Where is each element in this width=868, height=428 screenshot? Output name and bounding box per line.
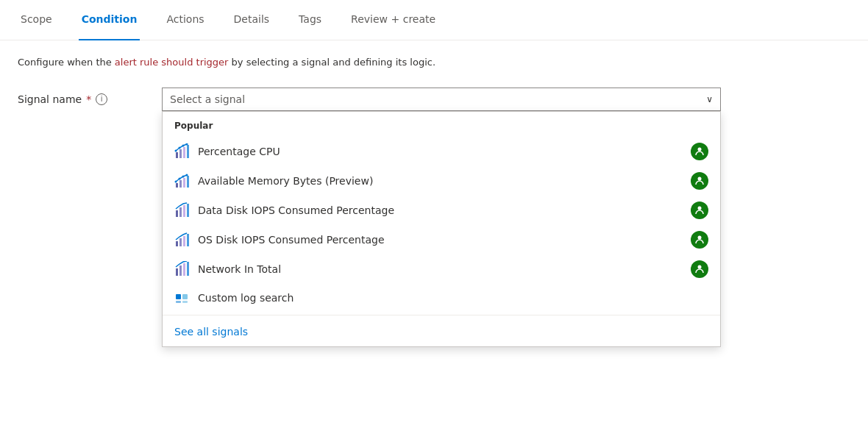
svg-rect-0 (176, 152, 178, 158)
bar-chart-icon (174, 261, 191, 277)
svg-rect-1 (179, 149, 182, 158)
svg-rect-3 (187, 145, 189, 158)
info-icon[interactable]: i (96, 93, 107, 105)
label-text: Signal name (18, 93, 82, 105)
item-label: Percentage CPU (198, 146, 683, 157)
list-item[interactable]: Network In Total (163, 254, 720, 284)
list-item[interactable]: Available Memory Bytes (Preview) (163, 166, 720, 196)
svg-rect-19 (179, 207, 182, 217)
svg-rect-23 (176, 241, 178, 246)
signal-name-field-row: Signal name * i Select a signal ∨ Popula… (18, 88, 850, 111)
signal-dropdown-container: Select a signal ∨ Popular (162, 88, 721, 111)
item-label: OS Disk IOPS Consumed Percentage (198, 234, 683, 246)
svg-point-5 (179, 146, 181, 149)
main-content: Configure when the alert rule should tri… (0, 40, 868, 126)
monitor-badge-icon (691, 201, 708, 219)
svg-rect-35 (176, 301, 181, 303)
description-text: Configure when the alert rule should tri… (18, 55, 850, 70)
tab-details[interactable]: Details (231, 0, 273, 40)
svg-point-15 (182, 175, 185, 177)
svg-point-13 (175, 180, 177, 182)
svg-point-6 (182, 144, 185, 146)
required-marker: * (86, 93, 91, 105)
dropdown-placeholder: Select a signal (170, 93, 245, 105)
signal-dropdown-trigger[interactable]: Select a signal ∨ (162, 88, 721, 111)
item-label: Available Memory Bytes (Preview) (198, 175, 683, 187)
bar-chart-icon (174, 202, 191, 218)
svg-rect-18 (176, 210, 178, 217)
svg-rect-28 (176, 268, 178, 276)
svg-point-27 (698, 235, 702, 239)
list-item[interactable]: Data Disk IOPS Consumed Percentage (163, 196, 720, 225)
signal-name-label: Signal name * i (18, 88, 150, 105)
popular-section-header: Popular (163, 112, 720, 137)
svg-rect-30 (183, 263, 185, 276)
monitor-badge-icon (691, 231, 708, 249)
dropdown-panel: Popular Percentage CPU (162, 111, 721, 347)
svg-rect-34 (182, 294, 188, 299)
svg-rect-31 (187, 262, 189, 276)
list-item[interactable]: Custom log search (163, 284, 720, 312)
bar-chart-icon (174, 143, 191, 160)
svg-rect-26 (187, 234, 189, 246)
item-label: Custom log search (198, 292, 708, 304)
log-search-icon (174, 290, 191, 306)
bar-chart-icon (174, 232, 191, 248)
svg-rect-11 (183, 178, 185, 188)
svg-rect-24 (179, 238, 182, 246)
svg-rect-21 (187, 204, 189, 217)
svg-rect-2 (183, 147, 185, 158)
chevron-down-icon: ∨ (706, 94, 713, 104)
svg-point-8 (698, 147, 702, 151)
svg-rect-25 (183, 236, 185, 246)
tab-navigation: Scope Condition Actions Details Tags Rev… (0, 0, 868, 40)
svg-rect-12 (187, 176, 189, 188)
svg-rect-20 (183, 205, 185, 217)
svg-rect-9 (176, 183, 178, 188)
bar-chart-icon (174, 173, 191, 189)
item-label: Data Disk IOPS Consumed Percentage (198, 204, 683, 216)
monitor-badge-icon (691, 172, 708, 190)
svg-point-16 (186, 174, 188, 176)
svg-point-22 (698, 206, 702, 210)
tab-tags[interactable]: Tags (296, 0, 324, 40)
svg-point-4 (175, 149, 177, 151)
description-highlight: alert rule should trigger (115, 57, 229, 68)
item-label: Network In Total (198, 263, 683, 275)
tab-scope[interactable]: Scope (18, 0, 55, 40)
dropdown-divider (163, 315, 720, 315)
svg-point-14 (179, 177, 181, 179)
svg-rect-36 (182, 301, 188, 303)
description-before: Configure when the (18, 57, 115, 68)
tab-review-create[interactable]: Review + create (348, 0, 438, 40)
svg-rect-29 (179, 265, 182, 276)
svg-point-32 (698, 265, 702, 268)
monitor-badge-icon (691, 260, 708, 278)
tab-actions[interactable]: Actions (163, 0, 207, 40)
list-item[interactable]: Percentage CPU (163, 137, 720, 166)
svg-rect-33 (176, 294, 181, 299)
see-all-signals-link[interactable]: See all signals (163, 318, 720, 346)
description-after: by selecting a signal and defining its l… (228, 57, 435, 68)
svg-rect-10 (179, 180, 182, 188)
monitor-badge-icon (691, 143, 708, 160)
list-item[interactable]: OS Disk IOPS Consumed Percentage (163, 225, 720, 254)
svg-point-17 (698, 176, 702, 180)
tab-condition[interactable]: Condition (79, 0, 140, 40)
